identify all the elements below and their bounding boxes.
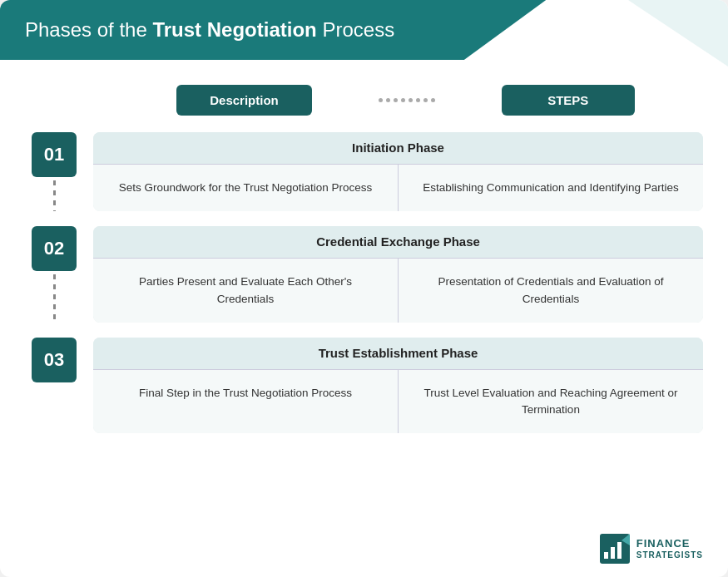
corner-decoration — [628, 0, 728, 67]
phase-cells-3: Final Step in the Trust Negotiation Proc… — [93, 370, 703, 434]
phase-block-1: Initiation PhaseSets Groundwork for the … — [93, 132, 703, 211]
steps-header: STEPS — [502, 85, 635, 116]
main-card: Phases of the Trust Negotiation Process … — [0, 0, 728, 577]
phase-title-3: Trust Establishment Phase — [319, 346, 478, 360]
logo-strategists: STRATEGISTS — [636, 550, 703, 560]
phase-title-row-2: Credential Exchange Phase — [93, 226, 703, 259]
svg-rect-3 — [617, 542, 622, 559]
dot4 — [401, 98, 405, 102]
step-connector-2 — [53, 274, 56, 323]
logo-text: FINANCE STRATEGISTS — [636, 538, 703, 559]
phase-steps-3: Trust Level Evaluation and Reaching Agre… — [399, 370, 703, 434]
content-area: 01Initiation PhaseSets Groundwork for th… — [25, 132, 703, 448]
dot3 — [394, 98, 398, 102]
description-header: Description — [176, 85, 312, 116]
phase-block-3: Trust Establishment PhaseFinal Step in t… — [93, 338, 703, 434]
step-connector-1 — [53, 180, 56, 211]
dot8 — [431, 98, 435, 102]
phase-cells-2: Parties Present and Evaluate Each Other'… — [93, 259, 703, 323]
logo-finance: FINANCE — [636, 538, 703, 550]
steps-container: 01Initiation PhaseSets Groundwork for th… — [25, 132, 703, 448]
step-row-2: 02Credential Exchange PhaseParties Prese… — [25, 226, 703, 323]
phase-description-2: Parties Present and Evaluate Each Other'… — [93, 259, 399, 323]
svg-rect-1 — [604, 552, 608, 559]
logo-icon — [600, 534, 630, 564]
step-row-3: 03Trust Establishment PhaseFinal Step in… — [25, 338, 703, 434]
page-header: Phases of the Trust Negotiation Process — [0, 0, 546, 60]
column-headers: Description STEPS — [67, 85, 728, 116]
page-title: Phases of the Trust Negotiation Process — [25, 18, 521, 42]
phase-steps-1: Establishing Communication and Identifyi… — [399, 165, 703, 211]
phase-cells-1: Sets Groundwork for the Trust Negotiatio… — [93, 165, 703, 211]
svg-rect-2 — [611, 547, 615, 559]
step-badge-1: 01 — [32, 132, 77, 177]
dot6 — [416, 98, 420, 102]
step-badge-col-2: 02 — [25, 226, 83, 323]
step-row-1: 01Initiation PhaseSets Groundwork for th… — [25, 132, 703, 211]
phase-title-2: Credential Exchange Phase — [316, 234, 480, 249]
phase-title-1: Initiation Phase — [352, 141, 444, 155]
logo-area: FINANCE STRATEGISTS — [600, 534, 703, 564]
title-suffix: Process — [317, 18, 394, 41]
step-badge-col-1: 01 — [25, 132, 83, 211]
step-badge-2: 02 — [32, 226, 77, 271]
step-badge-3: 03 — [32, 338, 77, 382]
step-badge-col-3: 03 — [25, 338, 83, 434]
phase-description-1: Sets Groundwork for the Trust Negotiatio… — [93, 165, 399, 211]
dot5 — [409, 98, 413, 102]
dot1 — [379, 98, 383, 102]
header-connector — [379, 85, 435, 116]
phase-title-row-3: Trust Establishment Phase — [93, 338, 703, 370]
title-prefix: Phases of the — [25, 18, 152, 41]
dot2 — [386, 98, 390, 102]
phase-description-3: Final Step in the Trust Negotiation Proc… — [93, 370, 399, 434]
title-bold: Trust Negotiation — [152, 18, 316, 41]
phase-block-2: Credential Exchange PhaseParties Present… — [93, 226, 703, 323]
phase-title-row-1: Initiation Phase — [93, 132, 703, 165]
phase-steps-2: Presentation of Credentials and Evaluati… — [399, 259, 703, 323]
dot7 — [423, 98, 428, 102]
